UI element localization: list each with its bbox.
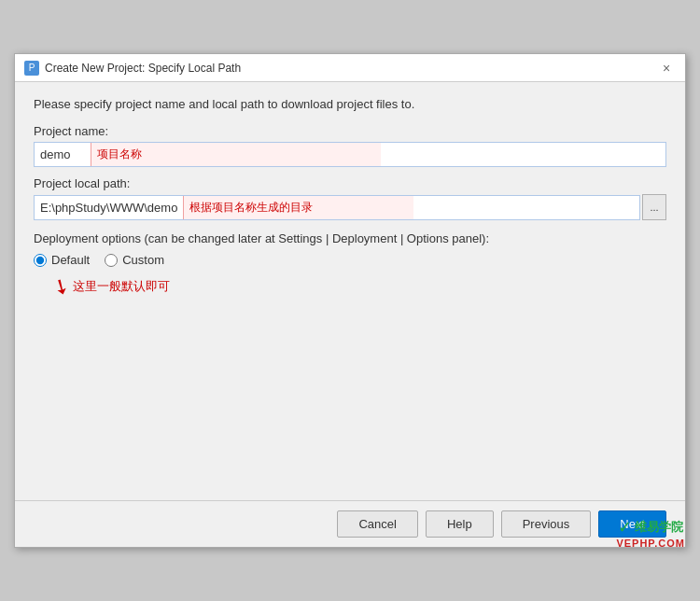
red-arrow-icon: ➘	[48, 272, 75, 301]
deployment-title: Deployment options (can be changed later…	[34, 231, 666, 245]
title-bar: P Create New Project: Specify Local Path…	[15, 54, 685, 82]
project-name-input-container: demo 项目名称	[34, 142, 666, 167]
annotation-text: 这里一般默认即可	[73, 278, 170, 295]
project-path-label: Project local path:	[34, 176, 666, 190]
project-path-row: E:\phpStudy\WWW\demo 根据项目名称生成的目录 ...	[34, 194, 666, 220]
project-path-value[interactable]: E:\phpStudy\WWW\demo	[35, 197, 183, 218]
previous-button[interactable]: Previous	[501, 510, 592, 538]
dialog-body: Please specify project name and local pa…	[15, 82, 685, 500]
radio-custom-label: Custom	[122, 253, 164, 267]
project-name-placeholder: 项目名称	[91, 143, 381, 166]
dialog-window: P Create New Project: Specify Local Path…	[14, 53, 686, 548]
close-button[interactable]: ×	[657, 59, 676, 77]
radio-default-label: Default	[51, 253, 90, 267]
dialog-footer: Cancel Help Previous Next	[15, 500, 685, 547]
instruction-text: Please specify project name and local pa…	[34, 97, 666, 111]
project-name-label: Project name:	[34, 124, 666, 138]
radio-custom-option[interactable]: Custom	[105, 253, 164, 267]
radio-custom-input[interactable]	[105, 254, 118, 267]
arrow-annotation: ➘ 这里一般默认即可	[52, 273, 666, 299]
radio-row: Default Custom	[34, 253, 666, 267]
project-path-placeholder: 根据项目名称生成的目录	[183, 196, 413, 219]
project-path-input-container: E:\phpStudy\WWW\demo 根据项目名称生成的目录	[34, 195, 640, 220]
browse-button[interactable]: ...	[642, 194, 666, 220]
project-name-row: demo 项目名称	[34, 142, 666, 167]
cancel-button[interactable]: Cancel	[337, 510, 417, 538]
project-name-empty	[381, 151, 666, 159]
watermark: ✓ 维易学院 VEPHP.COM	[616, 517, 685, 549]
deployment-section: Deployment options (can be changed later…	[34, 231, 666, 299]
watermark-sub: VEPHP.COM	[616, 538, 685, 549]
watermark-name: 维易学院	[635, 519, 683, 536]
watermark-logo: ✓ 维易学院	[618, 517, 683, 538]
help-button[interactable]: Help	[426, 510, 494, 538]
project-path-section: Project local path: E:\phpStudy\WWW\demo…	[34, 176, 666, 220]
radio-default-option[interactable]: Default	[34, 253, 90, 267]
project-name-value[interactable]: demo	[35, 144, 91, 165]
radio-default-input[interactable]	[34, 254, 47, 267]
app-icon: P	[24, 61, 39, 76]
project-path-empty	[413, 203, 639, 211]
project-name-section: Project name: demo 项目名称	[34, 124, 666, 167]
window-title: Create New Project: Specify Local Path	[45, 62, 241, 75]
watermark-check-icon: ✓	[618, 517, 632, 538]
